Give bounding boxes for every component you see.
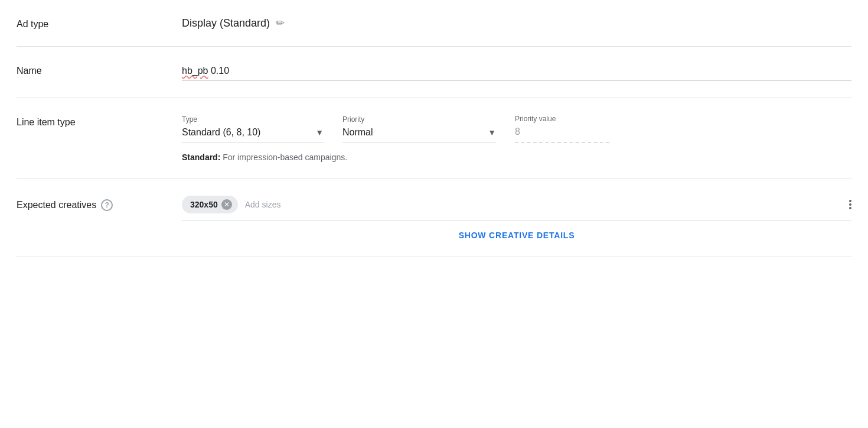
name-squiggly-part: hb_pb [182,66,208,76]
priority-dropdown-arrow-icon: ▼ [488,128,496,137]
description-bold: Standard: [182,153,220,162]
ad-type-row: Ad type Display (Standard) ✏ [17,0,851,47]
line-item-type-row: Line item type Type Standard (6, 8, 10) … [17,98,851,179]
remove-size-chip-button[interactable]: ✕ [221,199,232,210]
show-creative-details-button[interactable]: SHOW CREATIVE DETAILS [182,231,851,240]
ad-type-content: Display (Standard) ✏ [182,17,851,30]
close-icon: ✕ [224,200,230,209]
expected-creatives-label-container: Expected creatives ? [17,196,182,211]
priority-value-label: Priority value [515,115,609,123]
type-label: Type [182,115,324,124]
expected-creatives-row: Expected creatives ? 320x50 ✕ Add sizes [17,179,851,257]
ad-type-label: Ad type [17,17,182,30]
size-chip-text: 320x50 [190,200,218,209]
selects-row: Type Standard (6, 8, 10) ▼ Priority Norm… [182,115,851,143]
description-text: For impression-based campaigns. [223,153,347,162]
add-sizes-button[interactable]: Add sizes [245,200,281,209]
line-item-description: Standard: For impression-based campaigns… [182,153,851,162]
name-normal-part: 0.10 [208,66,230,76]
help-icon[interactable]: ? [101,199,113,211]
line-item-type-label: Line item type [17,115,182,128]
priority-select-group: Priority Normal ▼ [342,115,496,143]
ad-type-text: Display (Standard) [182,17,270,30]
name-display: hb_pb 0.10 [182,63,851,81]
size-chip-320x50: 320x50 ✕ [182,196,238,213]
ad-type-value: Display (Standard) ✏ [182,17,851,30]
priority-label: Priority [342,115,496,124]
line-item-type-content: Type Standard (6, 8, 10) ▼ Priority Norm… [182,115,851,162]
type-select-value: Standard (6, 8, 10) [182,127,311,138]
priority-value-display: 8 [515,127,609,143]
priority-select-value: Normal [342,127,483,138]
name-row: Name hb_pb 0.10 [17,47,851,98]
name-content: hb_pb 0.10 [182,63,851,81]
more-dot-1 [849,200,851,202]
type-select[interactable]: Standard (6, 8, 10) ▼ [182,127,324,143]
name-label: Name [17,63,182,76]
priority-select[interactable]: Normal ▼ [342,127,496,143]
creatives-label-row: Expected creatives ? [17,199,182,211]
priority-value-group: Priority value 8 [515,115,609,143]
more-options-button[interactable] [849,200,851,209]
type-select-group: Type Standard (6, 8, 10) ▼ [182,115,324,143]
edit-icon[interactable]: ✏ [276,17,285,30]
priority-value-number: 8 [515,127,520,137]
more-dot-2 [849,203,851,206]
type-dropdown-arrow-icon: ▼ [315,128,324,137]
form-container: Ad type Display (Standard) ✏ Name hb_pb … [0,0,868,257]
more-dot-3 [849,207,851,209]
help-icon-text: ? [105,201,109,209]
creatives-content: 320x50 ✕ Add sizes SHOW CREATIVE DETAILS [182,196,851,240]
creatives-chips-row: 320x50 ✕ Add sizes [182,196,851,221]
expected-creatives-label: Expected creatives [17,200,96,210]
